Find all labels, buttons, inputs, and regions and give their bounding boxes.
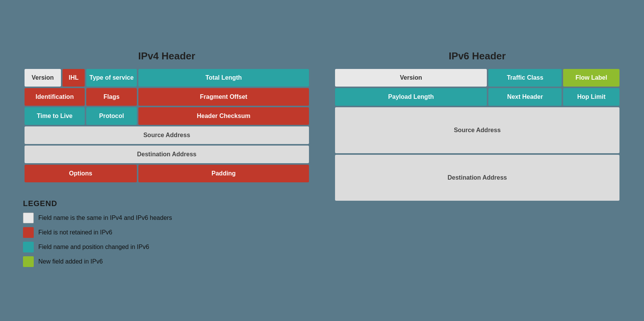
ipv4-ttl: Time to Live: [25, 107, 85, 125]
legend-color-red: [23, 227, 34, 238]
ipv4-flags: Flags: [86, 88, 136, 106]
ipv4-total-length: Total Length: [138, 69, 309, 87]
ipv4-fragment-offset: Fragment Offset: [138, 88, 309, 106]
ipv6-dest-address: Destination Address: [335, 155, 619, 201]
ipv6-title: IPv6 Header: [334, 50, 621, 62]
ipv6-row-4: Destination Address: [335, 155, 619, 201]
ipv4-row-2: Identification Flags Fragment Offset: [25, 88, 309, 106]
ipv4-padding: Padding: [138, 165, 309, 182]
legend-text-green: New field added in IPv6: [38, 258, 103, 265]
ipv6-hop-limit: Hop Limit: [563, 88, 619, 106]
legend-color-white: [23, 213, 34, 223]
ipv6-version: Version: [335, 69, 487, 87]
ipv6-row-3: Source Address: [335, 107, 619, 153]
ipv6-row-1: Version Traffic Class Flow Label: [335, 69, 619, 87]
ipv4-row-6: Options Padding: [25, 165, 309, 182]
ipv6-section: IPv6 Header Version Traffic Class Flow L…: [334, 50, 621, 202]
legend-section: LEGEND Field name is the same in IPv4 an…: [23, 199, 310, 271]
ipv4-header-checksum: Header Checksum: [138, 107, 309, 125]
legend-text-white: Field name is the same in IPv4 and IPv6 …: [38, 215, 172, 221]
ipv6-source-address: Source Address: [335, 107, 619, 153]
ipv4-protocol: Protocol: [86, 107, 136, 125]
legend-text-teal: Field name and position changed in IPv6: [38, 244, 149, 251]
ipv6-next-header: Next Header: [488, 88, 562, 106]
legend-title: LEGEND: [23, 199, 310, 208]
ipv4-identification: Identification: [25, 88, 85, 106]
ipv6-row-2: Payload LengthNext HeaderHop Limit: [335, 88, 619, 106]
ipv4-source-address: Source Address: [25, 126, 309, 144]
legend-text-red: Field is not retained in IPv6: [38, 229, 112, 236]
legend-item-green: New field added in IPv6: [23, 256, 310, 267]
ipv6-table: Version Traffic Class Flow Label Payload…: [334, 67, 621, 202]
legend-color-green: [23, 256, 34, 267]
ipv6-traffic-class: Traffic Class: [488, 69, 562, 87]
ipv4-row-5: Destination Address: [25, 146, 309, 163]
ipv6-payload-length: Payload Length: [335, 88, 487, 106]
ipv4-row-1: Version IHL Type of service Total Length: [25, 69, 309, 87]
legend-item-red: Field is not retained in IPv6: [23, 227, 310, 238]
ipv4-version: Version: [25, 69, 61, 87]
ipv6-flow-label: Flow Label: [563, 69, 619, 87]
ipv4-title: IPv4 Header: [23, 50, 310, 62]
ipv4-table: Version IHL Type of service Total Length…: [23, 67, 310, 184]
main-container: IPv4 Header Version IHL Type of service …: [0, 35, 644, 286]
ipv4-tos: Type of service: [86, 69, 136, 87]
legend-item-white: Field name is the same in IPv4 and IPv6 …: [23, 213, 310, 223]
ipv4-section: IPv4 Header Version IHL Type of service …: [23, 50, 310, 271]
ipv4-dest-address: Destination Address: [25, 146, 309, 163]
ipv4-options: Options: [25, 165, 137, 182]
ipv4-row-4: Source Address: [25, 126, 309, 144]
ipv4-ihl: IHL: [62, 69, 85, 87]
legend-item-teal: Field name and position changed in IPv6: [23, 242, 310, 252]
legend-color-teal: [23, 242, 34, 252]
ipv4-row-3: Time to Live Protocol Header Checksum: [25, 107, 309, 125]
